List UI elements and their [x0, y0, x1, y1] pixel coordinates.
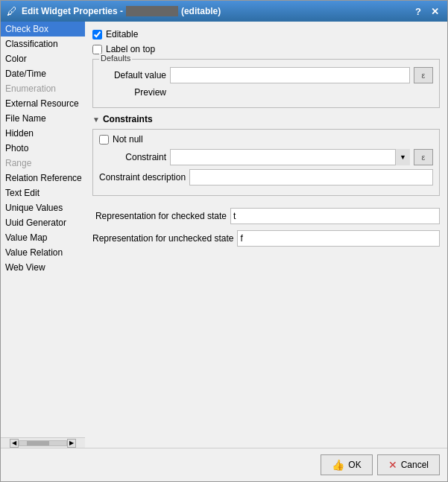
- dialog-subtitle: (editable): [181, 6, 221, 16]
- representations-section: Representation for checked state Represe…: [92, 208, 440, 247]
- cancel-label: Cancel: [401, 460, 429, 470]
- checked-state-input[interactable]: [230, 208, 440, 224]
- unchecked-state-input[interactable]: [237, 230, 440, 247]
- label-on-top-label[interactable]: Label on top: [106, 44, 155, 54]
- censored-name: [126, 6, 178, 16]
- not-null-label[interactable]: Not null: [113, 134, 143, 145]
- sidebar-scrollbar[interactable]: ◀ ▶: [1, 437, 85, 448]
- sidebar-item-enumeration: Enumeration: [1, 81, 85, 96]
- constraint-select-wrapper: ▼: [170, 149, 410, 165]
- close-button[interactable]: ✕: [428, 4, 441, 18]
- defaults-group: Defaults Default value ε Preview: [92, 59, 440, 108]
- not-null-checkbox[interactable]: [99, 135, 109, 145]
- checked-state-row: Representation for checked state: [92, 208, 440, 224]
- ok-button[interactable]: 👍 OK: [321, 454, 372, 475]
- scroll-left-btn[interactable]: ◀: [10, 439, 19, 448]
- ok-icon: 👍: [332, 459, 344, 471]
- default-expr-button[interactable]: ε: [414, 67, 433, 83]
- sidebar-item-range: Range: [1, 156, 85, 171]
- unchecked-state-label: Representation for unchecked state: [92, 233, 233, 244]
- sidebar-item-external-resource[interactable]: External Resource: [1, 96, 85, 111]
- sidebar-item-unique-values[interactable]: Unique Values: [1, 200, 85, 215]
- sidebar-item-value-map[interactable]: Value Map: [1, 230, 85, 245]
- preview-row: Preview: [99, 87, 433, 98]
- label-on-top-checkbox[interactable]: [92, 45, 102, 54]
- not-null-row: Not null: [99, 134, 433, 145]
- cancel-icon: ✕: [388, 459, 397, 471]
- constraint-desc-row: Constraint description: [99, 169, 433, 185]
- checked-state-label: Representation for checked state: [92, 211, 227, 221]
- panel: Editable Label on top Defaults Default v…: [85, 22, 447, 448]
- constraint-desc-input[interactable]: [189, 169, 433, 185]
- sidebar-list: Check Box Classification Color Date/Time…: [1, 22, 85, 437]
- sidebar-wrapper: Check Box Classification Color Date/Time…: [1, 22, 85, 448]
- footer: 👍 OK ✕ Cancel: [1, 448, 447, 481]
- sidebar-item-uuid-generator[interactable]: Uuid Generator: [1, 215, 85, 230]
- sidebar-item-text-edit[interactable]: Text Edit: [1, 185, 85, 200]
- constraint-select[interactable]: [170, 149, 410, 165]
- constraints-body: Not null Constraint ▼ ε: [92, 129, 440, 196]
- sidebar-item-web-view[interactable]: Web View: [1, 260, 85, 275]
- ok-label: OK: [348, 460, 361, 470]
- sidebar-item-hidden[interactable]: Hidden: [1, 126, 85, 141]
- cancel-button[interactable]: ✕ Cancel: [377, 454, 440, 475]
- dialog-title: Edit Widget Properties -: [22, 6, 123, 16]
- constraints-title: Constraints: [103, 114, 153, 124]
- editable-row: Editable: [92, 29, 440, 39]
- default-value-label: Default value: [99, 70, 166, 80]
- constraint-row: Constraint ▼ ε: [99, 149, 433, 165]
- sidebar-item-classification[interactable]: Classification: [1, 37, 85, 51]
- help-button[interactable]: ?: [411, 4, 425, 18]
- constraints-toggle-icon[interactable]: ▼: [92, 115, 100, 124]
- sidebar-item-file-name[interactable]: File Name: [1, 111, 85, 126]
- sidebar-item-color[interactable]: Color: [1, 51, 85, 66]
- label-on-top-row: Label on top: [92, 44, 440, 54]
- defaults-group-title: Defaults: [99, 54, 132, 63]
- title-bar: 🖊 Edit Widget Properties - (editable) ? …: [1, 1, 447, 22]
- app-icon: 🖊: [7, 5, 17, 17]
- scroll-track[interactable]: [19, 440, 67, 446]
- constraint-label: Constraint: [99, 152, 166, 162]
- sidebar-item-value-relation[interactable]: Value Relation: [1, 245, 85, 260]
- editable-checkbox[interactable]: [92, 30, 102, 39]
- sidebar-item-photo[interactable]: Photo: [1, 141, 85, 156]
- scroll-thumb[interactable]: [27, 441, 49, 445]
- title-bar-left: 🖊 Edit Widget Properties - (editable): [7, 5, 221, 17]
- preview-label: Preview: [99, 87, 166, 98]
- scroll-right-btn[interactable]: ▶: [67, 439, 76, 448]
- sidebar-item-relation-reference[interactable]: Relation Reference: [1, 171, 85, 185]
- main-content: Check Box Classification Color Date/Time…: [1, 22, 447, 448]
- constraint-desc-label: Constraint description: [99, 172, 186, 183]
- title-text: Edit Widget Properties - (editable): [22, 6, 221, 16]
- title-controls: ? ✕: [411, 4, 441, 18]
- unchecked-state-row: Representation for unchecked state: [92, 230, 440, 247]
- dialog: 🖊 Edit Widget Properties - (editable) ? …: [0, 0, 448, 482]
- editable-label[interactable]: Editable: [106, 29, 138, 39]
- sidebar-item-date-time[interactable]: Date/Time: [1, 66, 85, 81]
- sidebar-item-check-box[interactable]: Check Box: [1, 22, 85, 37]
- default-value-row: Default value ε: [99, 67, 433, 83]
- constraints-header: ▼ Constraints: [92, 114, 440, 124]
- constraint-expr-button[interactable]: ε: [414, 149, 433, 165]
- default-value-input[interactable]: [170, 67, 410, 83]
- constraints-section: ▼ Constraints Not null Constraint: [92, 114, 440, 196]
